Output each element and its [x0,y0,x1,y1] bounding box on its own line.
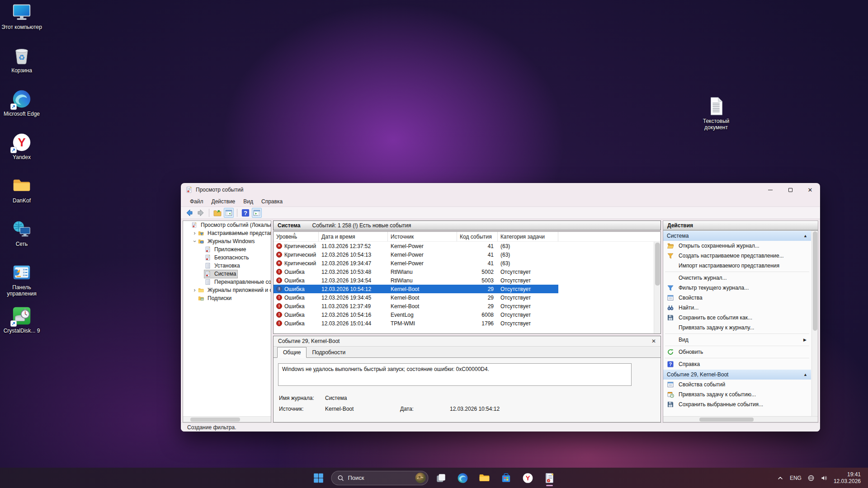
event-list-scrollbar[interactable] [654,242,660,333]
tray-clock[interactable]: 19:41 12.03.2026 [834,471,861,485]
desktop-icon-edge[interactable]: Microsoft Edge [0,87,43,130]
desktop-icon-recycle-bin[interactable]: ♻Корзина [0,43,43,87]
toolbar-export-button[interactable] [212,208,222,218]
tab-general[interactable]: Общие [277,347,307,358]
tray-chevron-up-icon[interactable] [777,474,784,482]
tree-item-перенаправленные[interactable]: Перенаправленные соб [183,278,271,286]
toolbar-action-pane-toggle-button[interactable] [252,208,262,218]
menu-help[interactable]: Справка [258,197,286,206]
taskbar-explorer-button[interactable] [476,469,494,487]
column-header-4[interactable]: Категория задачи [498,232,558,241]
event-row[interactable]: ×Критический11.03.2026 12:37:52Kernel-Po… [274,242,654,250]
taskbar-search-input[interactable]: Поиск [331,471,429,485]
action-item-label: Сохранить все события как... [679,314,752,321]
action-item[interactable]: Привязать задачу к журналу... [663,323,811,333]
column-header-2[interactable]: Источник [388,232,457,241]
action-item[interactable]: Найти... [663,303,811,313]
tree-item-установка[interactable]: Установка [183,262,271,270]
toolbar-console-tree-toggle-button[interactable] [224,208,234,218]
event-row[interactable]: !Ошибка12.03.2026 10:54:16EventLog6008От… [274,310,654,319]
maximize-button[interactable] [780,183,800,197]
expander-chevron-icon[interactable]: › [192,230,198,236]
desktop-icon-folder[interactable]: DanKof [0,174,43,217]
actions-scrollbar[interactable] [811,230,818,416]
event-row[interactable]: !Ошибка12.03.2026 15:01:44TPM-WMI1796Отс… [274,319,654,328]
event-row[interactable]: !Ошибка12.03.2026 19:34:54RtlWlanu5003От… [274,276,654,285]
event-row[interactable]: ×Критический12.03.2026 10:54:13Kernel-Po… [274,250,654,259]
desktop-icon-yandex[interactable]: YYandex [0,130,43,174]
tree-item-журналы[interactable]: ›Журналы приложений и сл [183,286,271,294]
tree-hscrollbar[interactable] [183,416,271,422]
minimize-button[interactable] [760,183,780,197]
action-item[interactable]: Создать настраиваемое представление... [663,251,811,261]
action-item[interactable]: Открыть сохраненный журнал... [663,241,811,251]
cell-event_id: 5003 [457,277,498,284]
toolbar-back-button[interactable] [184,208,194,218]
taskbar-edge-button[interactable] [454,469,472,487]
tray-network-icon[interactable] [807,474,815,482]
action-item[interactable]: Обновить [663,347,811,357]
menu-view[interactable]: Вид [240,197,257,206]
actions-hscrollbar[interactable] [663,416,818,422]
column-header-3[interactable]: Код события [457,232,498,241]
event-message[interactable]: Windows не удалось выполнить быстрый зап… [278,363,632,386]
actions-section-header[interactable]: Событие 29, Kernel-Boot▲ [663,370,811,380]
desktop-icon-crystaldisk[interactable]: CrystalDisk... 9 [0,304,43,347]
cell-datetime: 12.03.2026 19:34:54 [319,277,388,284]
column-header-0[interactable]: Уровень∧ [274,232,319,241]
desktop-icon-text-doc[interactable]: Текстовый документ [691,96,741,131]
tab-details[interactable]: Подробности [307,347,351,357]
desktop-icon-this-pc[interactable]: Этот компьютер [0,0,43,43]
result-pane: Система Событий: 1 258 (!) Есть новые со… [273,221,661,422]
tray-language[interactable]: ENG [790,475,802,481]
tree-item-просмотр[interactable]: Просмотр событий (Локальнь [183,221,271,229]
desktop-icon-control-panel[interactable]: Панель управления [0,260,43,304]
actions-section-header[interactable]: Система▲ [663,231,811,241]
expander-chevron-icon[interactable]: › [192,239,198,244]
tray-volume-icon[interactable] [821,474,828,482]
action-item[interactable]: Фильтр текущего журнала... [663,283,811,293]
close-button[interactable]: ✕ [800,183,820,197]
toolbar-forward-button[interactable] [196,208,206,218]
taskbar: ПоискY ENG 19:41 12.03.2026 [0,468,868,488]
action-item[interactable]: Привязать задачу к событию... [663,389,811,399]
task-view-icon [435,472,447,484]
action-item[interactable]: Сохранить выбранные события... [663,399,811,409]
menu-action[interactable]: Действие [208,197,239,206]
tree-item-журналы[interactable]: ›Журналы Windows [183,237,271,245]
error-level-icon: ! [276,303,282,309]
taskbar-store-button[interactable] [497,469,515,487]
event-row[interactable]: !Ошибка11.03.2026 12:37:49Kernel-Boot29О… [274,302,654,310]
explorer-icon [479,472,491,484]
tree-item-приложение[interactable]: Приложение [183,245,271,253]
tree-item-система[interactable]: Система [183,270,271,278]
menu-file[interactable]: Файл [186,197,207,206]
taskbar-yandex-button[interactable]: Y [519,469,537,487]
action-item[interactable]: Импорт настраиваемого представления [663,261,811,271]
tree-item-настраиваемые[interactable]: ›Настраиваемые представле [183,229,271,237]
cell-event_id: 1796 [457,320,498,327]
action-item[interactable]: Свойства [663,293,811,303]
column-header-1[interactable]: Дата и время [319,232,388,241]
taskbar-task-view-button[interactable] [432,469,450,487]
filter-yellow-icon [667,252,674,259]
expander-chevron-icon[interactable]: › [192,287,198,293]
cell-text: 12.03.2026 10:54:16 [321,312,371,318]
event-row[interactable]: !Ошибка12.03.2026 10:53:48RtlWlanu5002От… [274,267,654,276]
cell-text: 12.03.2026 15:01:44 [321,320,371,327]
toolbar-help-button[interactable]: ? [241,208,250,218]
action-item[interactable]: Сохранить все события как... [663,313,811,323]
event-row[interactable]: ×Критический12.03.2026 19:34:47Kernel-Po… [274,259,654,267]
detail-close-icon[interactable]: ✕ [651,338,656,344]
taskbar-eventvwr-button[interactable] [541,469,559,487]
desktop-icon-network[interactable]: Сеть [0,217,43,260]
tree-item-подписки[interactable]: Подписки [183,294,271,302]
tree-item-безопасность[interactable]: Безопасность [183,253,271,262]
action-item[interactable]: Вид▶ [663,335,811,345]
event-row[interactable]: !Ошибка12.03.2026 10:54:12Kernel-Boot29О… [274,285,654,293]
action-item[interactable]: Свойства событий [663,380,811,389]
event-row[interactable]: !Ошибка12.03.2026 19:34:45Kernel-Boot29О… [274,293,654,302]
taskbar-start-button[interactable] [310,469,328,487]
action-item[interactable]: Очистить журнал... [663,273,811,283]
action-item[interactable]: ?Справка [663,359,811,369]
